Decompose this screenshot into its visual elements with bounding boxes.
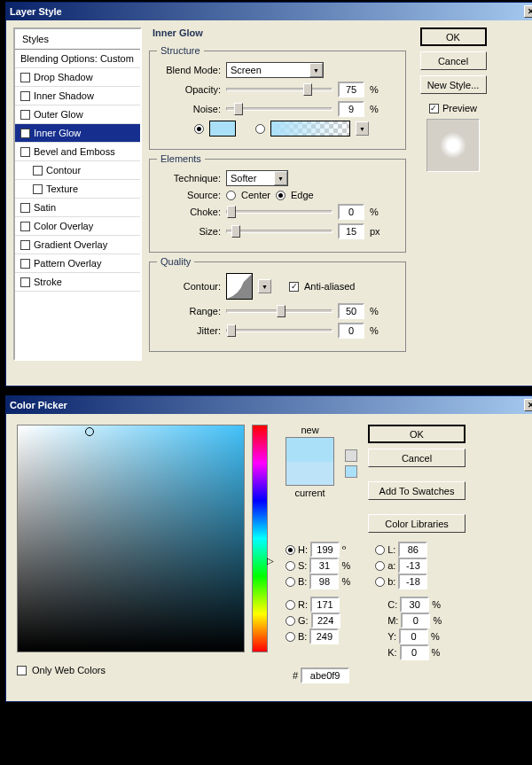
a-input[interactable]: -13 [398, 558, 427, 574]
fill-color-swatch[interactable] [209, 121, 236, 137]
range-slider[interactable] [226, 309, 332, 313]
bv-input[interactable]: 98 [309, 574, 339, 589]
technique-dropdown[interactable]: Softer▼ [226, 170, 288, 186]
g-input[interactable]: 224 [311, 613, 340, 628]
websafe-icon[interactable] [345, 465, 357, 478]
anti-aliased-checkbox[interactable]: ✓ [289, 282, 299, 292]
close-icon[interactable]: ✕ [524, 399, 532, 411]
style-satin[interactable]: Satin [15, 199, 140, 217]
jitter-input[interactable]: 0 [338, 323, 364, 339]
checkbox-icon[interactable] [20, 259, 30, 269]
fill-gradient-swatch[interactable] [270, 121, 350, 137]
l-input[interactable]: 86 [398, 542, 427, 558]
m-input[interactable]: 0 [401, 613, 430, 628]
color-compare[interactable] [286, 437, 334, 486]
contour-swatch[interactable] [226, 273, 253, 300]
cancel-button[interactable]: Cancel [420, 51, 487, 70]
blending-options[interactable]: Blending Options: Custom [15, 50, 140, 68]
checkbox-icon[interactable] [20, 240, 30, 250]
color-cursor-icon[interactable] [85, 427, 94, 436]
styles-header[interactable]: Styles [15, 29, 140, 50]
slider-handle-icon[interactable] [227, 206, 236, 218]
noise-input[interactable]: 9 [338, 101, 364, 117]
style-drop-shadow[interactable]: Drop Shadow [15, 68, 140, 87]
blue-radio[interactable] [286, 632, 295, 642]
style-texture[interactable]: Texture [15, 180, 140, 199]
style-inner-glow[interactable]: ✓Inner Glow [15, 124, 140, 143]
close-icon[interactable]: ✕ [524, 5, 532, 18]
style-inner-shadow[interactable]: Inner Shadow [15, 87, 140, 105]
preview-checkbox[interactable]: ✓ [429, 104, 439, 113]
y-input[interactable]: 0 [399, 628, 428, 644]
c-input[interactable]: 30 [400, 597, 429, 613]
web-colors-checkbox[interactable] [17, 666, 27, 675]
sat-radio[interactable] [286, 561, 295, 571]
chevron-down-icon[interactable]: ▼ [356, 121, 369, 136]
style-pattern-overlay[interactable]: Pattern Overlay [15, 254, 140, 273]
slider-handle-icon[interactable] [234, 103, 243, 115]
checkbox-icon[interactable] [20, 110, 30, 120]
choke-input[interactable]: 0 [338, 204, 364, 220]
range-input[interactable]: 50 [338, 303, 364, 319]
r-input[interactable]: 171 [310, 597, 340, 613]
blend-mode-dropdown[interactable]: Screen▼ [226, 62, 324, 78]
chevron-down-icon[interactable]: ▼ [258, 279, 271, 293]
checkbox-icon[interactable]: ✓ [20, 129, 30, 138]
bri-radio[interactable] [286, 577, 295, 587]
l-radio[interactable] [375, 545, 385, 555]
fill-gradient-radio[interactable] [255, 124, 265, 134]
group-legend: Quality [157, 256, 194, 267]
checkbox-icon[interactable] [20, 73, 30, 82]
hue-radio[interactable] [286, 545, 295, 555]
titlebar[interactable]: Layer Style ✕ [6, 3, 532, 20]
hex-input[interactable]: abe0f9 [301, 667, 349, 683]
checkbox-icon[interactable] [20, 203, 30, 213]
checkbox-icon[interactable] [20, 91, 30, 101]
style-contour[interactable]: Contour [15, 161, 140, 180]
opacity-input[interactable]: 75 [338, 82, 364, 98]
checkbox-icon[interactable] [20, 277, 30, 287]
lab-b-input[interactable]: -18 [398, 574, 427, 589]
size-slider[interactable] [226, 230, 332, 233]
slider-handle-icon[interactable] [277, 305, 286, 317]
checkbox-icon[interactable] [33, 166, 43, 176]
fill-solid-radio[interactable] [194, 124, 204, 134]
red-radio[interactable] [286, 600, 295, 610]
choke-slider[interactable] [226, 210, 332, 214]
style-outer-glow[interactable]: Outer Glow [15, 105, 140, 124]
slider-handle-icon[interactable] [227, 324, 236, 337]
add-swatches-button[interactable]: Add To Swatches [368, 481, 466, 500]
color-libraries-button[interactable]: Color Libraries [368, 514, 466, 533]
size-input[interactable]: 15 [338, 223, 364, 239]
k-input[interactable]: 0 [400, 644, 429, 660]
gamut-icon[interactable] [345, 449, 357, 462]
new-style-button[interactable]: New Style... [420, 75, 487, 94]
a-radio[interactable] [375, 561, 385, 571]
s-input[interactable]: 31 [309, 558, 339, 574]
slider-handle-icon[interactable] [231, 225, 240, 238]
ok-button[interactable]: OK [368, 425, 466, 443]
b-radio[interactable] [375, 577, 385, 587]
h-input[interactable]: 199 [310, 542, 340, 558]
hue-slider[interactable] [252, 425, 268, 652]
bc-input[interactable]: 249 [309, 628, 339, 644]
noise-slider[interactable] [226, 107, 332, 111]
titlebar[interactable]: Color Picker ✕ [6, 396, 532, 414]
opacity-slider[interactable] [226, 88, 332, 91]
style-color-overlay[interactable]: Color Overlay [15, 217, 140, 236]
style-gradient-overlay[interactable]: Gradient Overlay [15, 236, 140, 254]
saturation-brightness-field[interactable] [17, 425, 245, 652]
hue-pointer-icon[interactable]: ▷ [267, 556, 274, 566]
source-center-radio[interactable] [226, 191, 236, 200]
green-radio[interactable] [286, 616, 295, 626]
jitter-slider[interactable] [226, 329, 332, 332]
cancel-button[interactable]: Cancel [368, 449, 466, 467]
style-bevel[interactable]: Bevel and Emboss [15, 143, 140, 161]
style-stroke[interactable]: Stroke [15, 273, 140, 292]
checkbox-icon[interactable] [33, 184, 43, 194]
slider-handle-icon[interactable] [303, 83, 312, 96]
source-edge-radio[interactable] [276, 191, 286, 200]
ok-button[interactable]: OK [420, 27, 487, 46]
checkbox-icon[interactable] [20, 147, 30, 157]
checkbox-icon[interactable] [20, 222, 30, 231]
